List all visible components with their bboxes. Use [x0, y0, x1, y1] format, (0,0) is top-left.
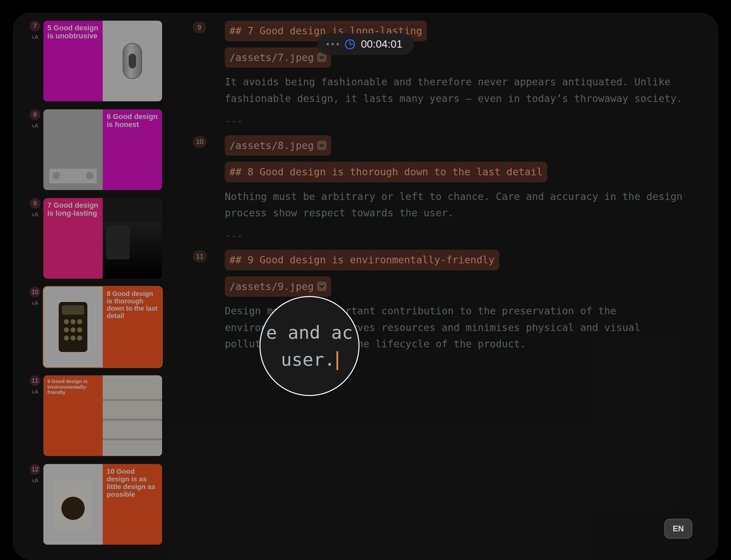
- text-caret: [336, 351, 338, 370]
- slide-number-badge: 11: [30, 375, 40, 386]
- editor-block[interactable]: Nothing must be arbitrary or left to cha…: [193, 188, 698, 221]
- heading-pill[interactable]: ## 9 Good design is environmentally-frie…: [225, 250, 499, 270]
- editor-block[interactable]: ---: [193, 227, 698, 244]
- editor-block[interactable]: /assets/7.jpeg: [193, 47, 698, 68]
- heading-pill[interactable]: ## 8 Good design is thorough down to the…: [225, 162, 547, 182]
- text-size-icon: [32, 34, 39, 41]
- editor-block[interactable]: ---: [193, 113, 698, 129]
- slide-number-badge: 12: [30, 464, 40, 475]
- text-size-icon: [32, 389, 39, 395]
- text-size-icon: [32, 211, 39, 218]
- slide-number-badge: 9: [30, 198, 40, 209]
- paragraph-text[interactable]: Nothing must be arbitrary or left to cha…: [225, 188, 698, 221]
- chevron-down-icon[interactable]: [317, 141, 326, 150]
- timer-value: 00:04:01: [361, 38, 403, 50]
- asset-pill[interactable]: /assets/8.jpeg: [225, 135, 331, 156]
- loupe-line-1: e and ac: [266, 319, 353, 346]
- separator: ---: [225, 113, 698, 129]
- slide-title: 9 Good design is environmentally-friendl…: [43, 375, 103, 399]
- slide-number-badge: 10: [30, 287, 40, 297]
- slide-thumbnail[interactable]: 86 Good design is honest: [27, 109, 174, 190]
- slide-title: 6 Good design is honest: [103, 109, 162, 132]
- text-size-icon: [32, 123, 39, 129]
- keyboard-language-badge[interactable]: EN: [664, 519, 692, 539]
- text-size-icon: [32, 300, 39, 307]
- slide-thumbnail[interactable]: 97 Good design is long-lasting: [27, 198, 174, 279]
- slide-number-badge: 7: [30, 21, 40, 31]
- clock-icon: [345, 39, 355, 49]
- paragraph-text[interactable]: It avoids being fashionable and therefor…: [225, 74, 698, 107]
- asset-pill[interactable]: /assets/9.jpeg: [225, 276, 331, 297]
- chevron-down-icon[interactable]: [317, 282, 326, 291]
- editor-block[interactable]: 11## 9 Good design is environmentally-fr…: [193, 250, 698, 270]
- product-illustration: [123, 43, 142, 79]
- text-magnifier-loupe: e and ac user.: [259, 296, 359, 396]
- product-illustration: [55, 479, 91, 529]
- slide-thumbnail[interactable]: 119 Good design is environmentally-frien…: [27, 375, 174, 456]
- asset-path: /assets/8.jpeg: [229, 137, 314, 154]
- editor-block[interactable]: 9## 7 Good design is long-lasting: [193, 21, 698, 41]
- markdown-editor[interactable]: 9## 7 Good design is long-lasting/assets…: [193, 21, 698, 560]
- slide-thumbnail[interactable]: 1210 Good design is as little design as …: [27, 464, 174, 545]
- editor-block[interactable]: 10/assets/8.jpeg: [193, 135, 698, 156]
- product-illustration: [49, 169, 97, 183]
- slide-thumbnail-sidebar: 75 Good design is unobtrusive86 Good des…: [27, 21, 174, 560]
- product-illustration: [103, 222, 162, 279]
- slide-thumbnail[interactable]: 108 Good design is thorough down to the …: [27, 287, 174, 367]
- editor-block[interactable]: /assets/9.jpeg: [193, 276, 698, 297]
- loupe-line-2: user.: [281, 346, 338, 373]
- slide-title: 8 Good design is thorough down to the la…: [103, 287, 162, 323]
- slide-title: 7 Good design is long-lasting: [43, 198, 103, 221]
- drag-handle-icon[interactable]: [326, 43, 339, 45]
- asset-path: /assets/7.jpeg: [229, 49, 314, 66]
- separator: ---: [225, 227, 698, 244]
- asset-path: /assets/9.jpeg: [229, 278, 314, 295]
- slide-number-badge: 8: [30, 109, 40, 120]
- recording-timer-pill[interactable]: 00:04:01: [317, 33, 414, 55]
- asset-pill[interactable]: /assets/7.jpeg: [225, 47, 331, 68]
- slide-thumbnail[interactable]: 75 Good design is unobtrusive: [27, 21, 174, 101]
- block-number-badge: 9: [193, 21, 206, 33]
- text-size-icon: [32, 477, 39, 484]
- editor-block[interactable]: It avoids being fashionable and therefor…: [193, 74, 698, 107]
- editor-block[interactable]: ## 8 Good design is thorough down to the…: [193, 162, 698, 182]
- block-number-badge: 11: [193, 250, 207, 262]
- product-illustration: [59, 302, 87, 352]
- slide-title: 5 Good design is unobtrusive: [43, 21, 103, 43]
- slide-title: 10 Good design is as little design as po…: [103, 464, 162, 501]
- block-number-badge: 10: [193, 136, 207, 148]
- product-illustration: [103, 375, 162, 456]
